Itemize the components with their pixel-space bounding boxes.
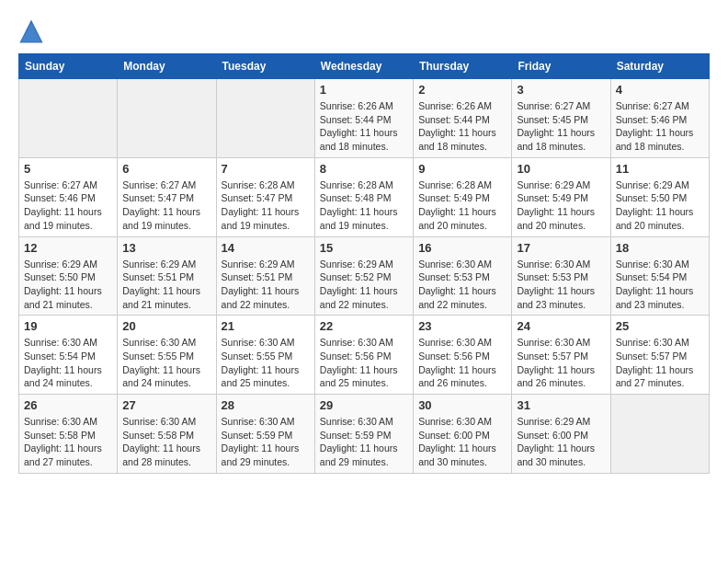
- day-number: 6: [122, 162, 210, 176]
- calendar-header-monday: Monday: [118, 54, 216, 79]
- calendar-cell: 18Sunrise: 6:30 AM Sunset: 5:54 PM Dayli…: [610, 236, 709, 316]
- calendar-header-sunday: Sunday: [19, 54, 118, 79]
- page-header: [18, 18, 710, 44]
- calendar-header-friday: Friday: [512, 54, 610, 79]
- day-number: 4: [616, 83, 704, 97]
- day-info: Sunrise: 6:30 AM Sunset: 5:54 PM Dayligh…: [616, 258, 704, 312]
- calendar-cell: [118, 79, 216, 158]
- day-info: Sunrise: 6:29 AM Sunset: 5:50 PM Dayligh…: [616, 178, 704, 233]
- day-number: 3: [517, 83, 605, 97]
- calendar-cell: 2Sunrise: 6:26 AM Sunset: 5:44 PM Daylig…: [414, 79, 512, 158]
- day-info: Sunrise: 6:30 AM Sunset: 5:57 PM Dayligh…: [616, 336, 704, 390]
- day-info: Sunrise: 6:27 AM Sunset: 5:47 PM Dayligh…: [122, 178, 210, 233]
- calendar-week-row: 26Sunrise: 6:30 AM Sunset: 5:58 PM Dayli…: [19, 395, 710, 474]
- day-number: 11: [616, 162, 704, 176]
- day-info: Sunrise: 6:29 AM Sunset: 5:51 PM Dayligh…: [222, 258, 310, 312]
- general-blue-logo-icon: [18, 18, 44, 44]
- day-info: Sunrise: 6:28 AM Sunset: 5:49 PM Dayligh…: [418, 178, 506, 233]
- day-info: Sunrise: 6:27 AM Sunset: 5:46 PM Dayligh…: [24, 178, 112, 233]
- calendar-cell: [610, 395, 709, 474]
- day-number: 17: [517, 241, 605, 255]
- calendar-cell: 19Sunrise: 6:30 AM Sunset: 5:54 PM Dayli…: [19, 316, 118, 395]
- day-number: 9: [418, 162, 506, 176]
- day-number: 12: [24, 241, 112, 255]
- day-info: Sunrise: 6:30 AM Sunset: 6:00 PM Dayligh…: [418, 415, 506, 469]
- day-info: Sunrise: 6:28 AM Sunset: 5:47 PM Dayligh…: [222, 178, 310, 233]
- logo: [18, 18, 46, 44]
- calendar-week-row: 5Sunrise: 6:27 AM Sunset: 5:46 PM Daylig…: [19, 157, 710, 236]
- calendar-header-wednesday: Wednesday: [314, 54, 413, 79]
- calendar-cell: 21Sunrise: 6:30 AM Sunset: 5:55 PM Dayli…: [216, 316, 314, 395]
- day-number: 25: [616, 319, 704, 333]
- day-info: Sunrise: 6:28 AM Sunset: 5:48 PM Dayligh…: [320, 178, 408, 233]
- day-number: 24: [517, 319, 605, 333]
- calendar-cell: 29Sunrise: 6:30 AM Sunset: 5:59 PM Dayli…: [314, 395, 413, 474]
- day-info: Sunrise: 6:29 AM Sunset: 6:00 PM Dayligh…: [517, 415, 605, 469]
- day-number: 20: [122, 319, 210, 333]
- day-info: Sunrise: 6:30 AM Sunset: 5:58 PM Dayligh…: [24, 415, 112, 469]
- calendar-cell: [19, 79, 118, 158]
- day-info: Sunrise: 6:30 AM Sunset: 5:56 PM Dayligh…: [320, 336, 408, 390]
- calendar-cell: 12Sunrise: 6:29 AM Sunset: 5:50 PM Dayli…: [19, 236, 118, 316]
- calendar-week-row: 19Sunrise: 6:30 AM Sunset: 5:54 PM Dayli…: [19, 316, 710, 395]
- calendar-header-tuesday: Tuesday: [216, 54, 314, 79]
- day-number: 31: [517, 398, 605, 412]
- calendar-cell: 22Sunrise: 6:30 AM Sunset: 5:56 PM Dayli…: [314, 316, 413, 395]
- calendar-cell: 31Sunrise: 6:29 AM Sunset: 6:00 PM Dayli…: [512, 395, 610, 474]
- calendar-cell: 7Sunrise: 6:28 AM Sunset: 5:47 PM Daylig…: [216, 157, 314, 236]
- day-number: 27: [122, 398, 210, 412]
- calendar-header-thursday: Thursday: [414, 54, 512, 79]
- day-info: Sunrise: 6:30 AM Sunset: 5:53 PM Dayligh…: [418, 258, 506, 312]
- day-info: Sunrise: 6:30 AM Sunset: 5:53 PM Dayligh…: [517, 258, 605, 312]
- calendar-cell: [216, 79, 314, 158]
- calendar-header-saturday: Saturday: [610, 54, 709, 79]
- svg-marker-1: [22, 24, 41, 42]
- day-info: Sunrise: 6:27 AM Sunset: 5:46 PM Dayligh…: [616, 99, 704, 154]
- day-number: 10: [517, 162, 605, 176]
- calendar-cell: 23Sunrise: 6:30 AM Sunset: 5:56 PM Dayli…: [414, 316, 512, 395]
- day-number: 13: [122, 241, 210, 255]
- day-number: 5: [24, 162, 112, 176]
- calendar-table: SundayMondayTuesdayWednesdayThursdayFrid…: [18, 53, 710, 474]
- calendar-cell: 30Sunrise: 6:30 AM Sunset: 6:00 PM Dayli…: [414, 395, 512, 474]
- day-info: Sunrise: 6:26 AM Sunset: 5:44 PM Dayligh…: [418, 99, 506, 154]
- day-info: Sunrise: 6:26 AM Sunset: 5:44 PM Dayligh…: [320, 99, 408, 154]
- day-number: 28: [222, 398, 310, 412]
- day-info: Sunrise: 6:30 AM Sunset: 5:56 PM Dayligh…: [418, 336, 506, 390]
- day-number: 21: [222, 319, 310, 333]
- calendar-header-row: SundayMondayTuesdayWednesdayThursdayFrid…: [19, 54, 710, 79]
- calendar-cell: 8Sunrise: 6:28 AM Sunset: 5:48 PM Daylig…: [314, 157, 413, 236]
- calendar-cell: 27Sunrise: 6:30 AM Sunset: 5:58 PM Dayli…: [118, 395, 216, 474]
- day-number: 8: [320, 162, 408, 176]
- calendar-cell: 1Sunrise: 6:26 AM Sunset: 5:44 PM Daylig…: [314, 79, 413, 158]
- calendar-week-row: 12Sunrise: 6:29 AM Sunset: 5:50 PM Dayli…: [19, 236, 710, 316]
- day-info: Sunrise: 6:30 AM Sunset: 5:59 PM Dayligh…: [320, 415, 408, 469]
- day-number: 15: [320, 241, 408, 255]
- day-info: Sunrise: 6:30 AM Sunset: 5:57 PM Dayligh…: [517, 336, 605, 390]
- day-number: 19: [24, 319, 112, 333]
- calendar-cell: 6Sunrise: 6:27 AM Sunset: 5:47 PM Daylig…: [118, 157, 216, 236]
- calendar-cell: 3Sunrise: 6:27 AM Sunset: 5:45 PM Daylig…: [512, 79, 610, 158]
- calendar-cell: 10Sunrise: 6:29 AM Sunset: 5:49 PM Dayli…: [512, 157, 610, 236]
- day-number: 23: [418, 319, 506, 333]
- calendar-cell: 15Sunrise: 6:29 AM Sunset: 5:52 PM Dayli…: [314, 236, 413, 316]
- day-info: Sunrise: 6:29 AM Sunset: 5:49 PM Dayligh…: [517, 178, 605, 233]
- day-number: 2: [418, 83, 506, 97]
- calendar-week-row: 1Sunrise: 6:26 AM Sunset: 5:44 PM Daylig…: [19, 79, 710, 158]
- day-info: Sunrise: 6:29 AM Sunset: 5:50 PM Dayligh…: [24, 258, 112, 312]
- day-number: 26: [24, 398, 112, 412]
- day-info: Sunrise: 6:30 AM Sunset: 5:54 PM Dayligh…: [24, 336, 112, 390]
- calendar-cell: 16Sunrise: 6:30 AM Sunset: 5:53 PM Dayli…: [414, 236, 512, 316]
- calendar-cell: 14Sunrise: 6:29 AM Sunset: 5:51 PM Dayli…: [216, 236, 314, 316]
- calendar-cell: 24Sunrise: 6:30 AM Sunset: 5:57 PM Dayli…: [512, 316, 610, 395]
- day-number: 30: [418, 398, 506, 412]
- calendar-cell: 9Sunrise: 6:28 AM Sunset: 5:49 PM Daylig…: [414, 157, 512, 236]
- day-number: 16: [418, 241, 506, 255]
- day-info: Sunrise: 6:30 AM Sunset: 5:55 PM Dayligh…: [222, 336, 310, 390]
- calendar-cell: 25Sunrise: 6:30 AM Sunset: 5:57 PM Dayli…: [610, 316, 709, 395]
- day-number: 14: [222, 241, 310, 255]
- day-number: 18: [616, 241, 704, 255]
- day-number: 7: [222, 162, 310, 176]
- calendar-cell: 26Sunrise: 6:30 AM Sunset: 5:58 PM Dayli…: [19, 395, 118, 474]
- calendar-cell: 5Sunrise: 6:27 AM Sunset: 5:46 PM Daylig…: [19, 157, 118, 236]
